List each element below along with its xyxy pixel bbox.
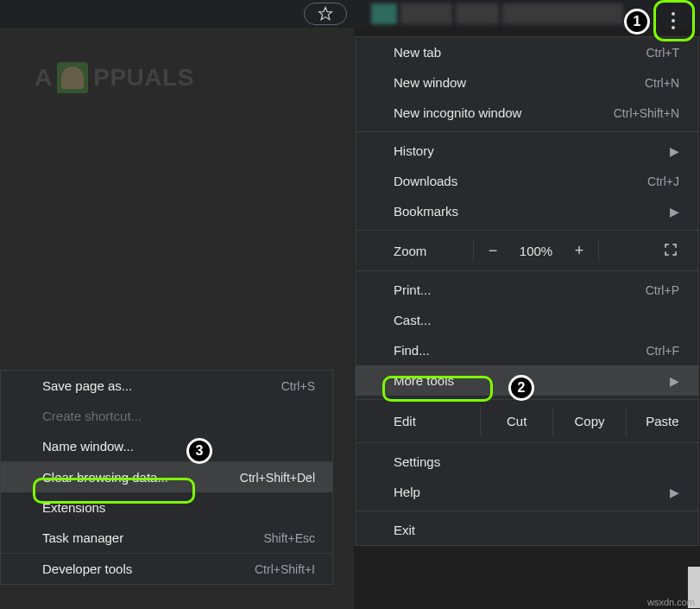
watermark-text: wsxdn.com [647,597,695,607]
menu-shortcut: Ctrl+Shift+Del [240,471,315,485]
menu-separator [356,442,698,443]
menu-separator [356,131,698,132]
chrome-menu-button[interactable] [656,3,691,38]
menu-bookmarks[interactable]: Bookmarks ▶ [356,196,698,226]
menu-separator [356,511,698,511]
menu-label: Extensions [42,500,105,515]
submenu-extensions[interactable]: Extensions [1,492,332,523]
menu-separator [356,230,698,231]
three-dots-icon [672,12,675,29]
submenu-clear-browsing-data[interactable]: Clear browsing data... Ctrl+Shift+Del [1,462,332,492]
menu-print[interactable]: Print... Ctrl+P [356,275,698,305]
menu-label: Exit [394,523,415,537]
zoom-in-button[interactable]: + [560,242,598,260]
chevron-right-icon: ▶ [670,374,679,388]
logo-letter: A [35,64,52,92]
chevron-right-icon: ▶ [670,144,679,158]
menu-new-incognito[interactable]: New incognito window Ctrl+Shift+N [356,98,698,128]
menu-label: Bookmarks [394,204,458,219]
menu-shortcut: Ctrl+Shift+I [255,562,315,576]
cut-button[interactable]: Cut [480,407,552,435]
menu-separator [356,399,698,400]
menu-shortcut: Ctrl+N [645,76,679,90]
menu-shortcut: Shift+Esc [263,531,315,545]
submenu-task-manager[interactable]: Task manager Shift+Esc [1,523,332,553]
menu-downloads[interactable]: Downloads Ctrl+J [356,166,698,196]
menu-find[interactable]: Find... Ctrl+F [356,335,698,365]
menu-shortcut: Ctrl+Shift+N [614,106,679,120]
menu-label: Settings [394,454,440,469]
submenu-developer-tools[interactable]: Developer tools Ctrl+Shift+I [1,554,332,584]
menu-new-tab[interactable]: New tab Ctrl+T [356,37,698,67]
menu-shortcut: Ctrl+S [281,379,315,393]
menu-settings[interactable]: Settings [356,447,698,477]
fullscreen-icon [663,242,678,257]
chevron-right-icon: ▶ [670,485,679,499]
more-tools-submenu: Save page as... Ctrl+S Create shortcut..… [0,370,333,585]
site-logo: A PPUALS [35,62,194,93]
star-icon [318,6,333,22]
menu-label: New window [394,75,466,90]
menu-label: Clear browsing data... [42,470,168,485]
menu-label: Downloads [394,174,457,188]
menu-separator [356,270,698,271]
menu-shortcut: Ctrl+T [646,46,680,60]
menu-edit-row: Edit Cut Copy Paste [356,403,698,439]
menu-label: New tab [394,45,441,60]
fullscreen-button[interactable] [653,242,688,260]
menu-help[interactable]: Help ▶ [356,477,698,507]
zoom-label: Zoom [394,244,473,258]
menu-label: Save page as... [42,378,132,393]
menu-label: Cast... [394,313,431,327]
bookmark-star-button[interactable] [304,3,347,25]
menu-history[interactable]: History ▶ [356,136,698,166]
menu-label: Help [394,485,420,499]
menu-exit[interactable]: Exit [356,515,698,545]
svg-marker-0 [319,8,332,20]
menu-new-window[interactable]: New window Ctrl+N [356,67,698,98]
menu-label: More tools [394,373,454,388]
menu-label: Print... [394,282,431,297]
zoom-value: 100% [512,244,560,258]
menu-more-tools[interactable]: More tools ▶ [356,365,698,396]
menu-shortcut: Ctrl+F [646,344,680,358]
submenu-create-shortcut: Create shortcut... [1,401,332,431]
copy-button[interactable]: Copy [552,407,625,435]
edit-label: Edit [394,414,480,428]
menu-shortcut: Ctrl+J [647,174,679,188]
url-bar-strip [0,0,354,28]
chrome-main-menu: New tab Ctrl+T New window Ctrl+N New inc… [355,36,699,546]
menu-zoom-row: Zoom − 100% + [356,234,698,267]
menu-label: New incognito window [394,105,521,120]
paste-button[interactable]: Paste [626,407,698,435]
submenu-name-window[interactable]: Name window... [1,431,332,461]
menu-label: Name window... [42,439,134,454]
menu-label: Find... [394,343,430,358]
menu-cast[interactable]: Cast... [356,305,698,335]
logo-badge-icon [57,62,88,93]
blurred-profile-area [371,3,639,24]
menu-shortcut: Ctrl+P [646,283,679,297]
menu-label: History [394,143,434,158]
submenu-save-page-as[interactable]: Save page as... Ctrl+S [1,371,332,401]
zoom-out-button[interactable]: − [474,242,512,260]
chevron-right-icon: ▶ [670,205,679,219]
logo-text: PPUALS [93,64,194,92]
menu-label: Create shortcut... [42,409,142,423]
menu-label: Developer tools [42,561,132,576]
menu-label: Task manager [42,530,123,545]
